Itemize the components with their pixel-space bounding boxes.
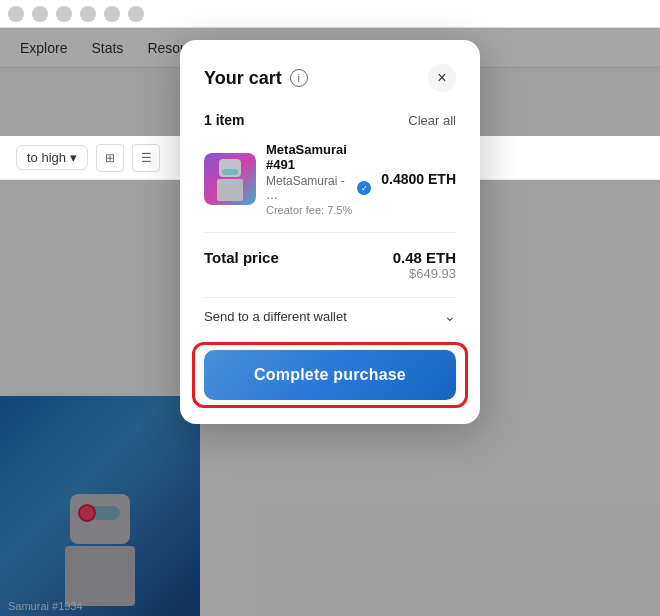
mini-robot-body bbox=[217, 179, 243, 201]
cart-item: MetaSamurai #491 MetaSamurai - … ✓ Creat… bbox=[204, 142, 456, 216]
send-to-wallet-dropdown[interactable]: Send to a different wallet ⌄ bbox=[204, 297, 456, 334]
divider bbox=[204, 232, 456, 233]
modal-container: Your cart i × 1 item Clear all bbox=[0, 0, 660, 616]
verified-badge: ✓ bbox=[357, 181, 371, 195]
total-values: 0.48 ETH $649.93 bbox=[393, 249, 456, 281]
send-wallet-label: Send to a different wallet bbox=[204, 309, 347, 324]
items-count: 1 item bbox=[204, 112, 244, 128]
purchase-button-wrapper: Complete purchase bbox=[204, 350, 456, 400]
modal-header: Your cart i × bbox=[204, 64, 456, 92]
item-name: MetaSamurai #491 bbox=[266, 142, 371, 172]
modal-title: Your cart bbox=[204, 68, 282, 89]
total-eth: 0.48 ETH bbox=[393, 249, 456, 266]
cart-modal: Your cart i × 1 item Clear all bbox=[180, 40, 480, 424]
info-icon[interactable]: i bbox=[290, 69, 308, 87]
clear-all-button[interactable]: Clear all bbox=[408, 113, 456, 128]
modal-title-wrap: Your cart i bbox=[204, 68, 308, 89]
creator-fee: Creator fee: 7.5% bbox=[266, 204, 371, 216]
item-image-inner bbox=[204, 153, 256, 205]
item-thumbnail bbox=[204, 153, 256, 205]
mini-robot-glasses bbox=[222, 169, 238, 175]
items-header: 1 item Clear all bbox=[204, 112, 456, 128]
total-label: Total price bbox=[204, 249, 279, 266]
total-price-row: Total price 0.48 ETH $649.93 bbox=[204, 249, 456, 281]
total-usd: $649.93 bbox=[393, 266, 456, 281]
collection-name: MetaSamurai - … bbox=[266, 174, 353, 202]
chevron-down-icon: ⌄ bbox=[444, 308, 456, 324]
complete-purchase-button[interactable]: Complete purchase bbox=[204, 350, 456, 400]
item-info: MetaSamurai #491 MetaSamurai - … ✓ Creat… bbox=[266, 142, 371, 216]
close-button[interactable]: × bbox=[428, 64, 456, 92]
mini-robot-head bbox=[219, 159, 241, 177]
item-price: 0.4800 ETH bbox=[381, 171, 456, 187]
item-collection: MetaSamurai - … ✓ bbox=[266, 174, 371, 202]
